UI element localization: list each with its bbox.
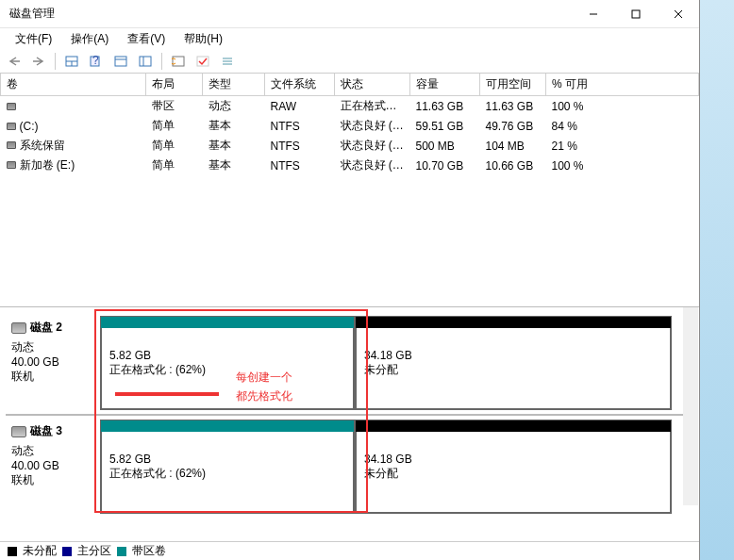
menubar: 文件(F) 操作(A) 查看(V) 帮助(H)	[0, 28, 699, 49]
window-controls	[572, 0, 699, 27]
col-status[interactable]: 状态	[335, 74, 410, 96]
titlebar[interactable]: 磁盘管理	[0, 0, 699, 28]
table-row[interactable]: 系统保留简单基本NTFS状态良好 (…500 MB104 MB21 %	[1, 136, 699, 156]
volume-list[interactable]: 卷 布局 类型 文件系统 状态 容量 可用空间 % 可用 带区动态RAW正在格式…	[0, 74, 699, 307]
help-button[interactable]: ?	[86, 51, 107, 72]
disk-row[interactable]: 磁盘 2动态40.00 GB联机5.82 GB正在格式化 : (62%)34.1…	[6, 316, 693, 410]
disk-icon	[11, 322, 26, 334]
menu-view[interactable]: 查看(V)	[118, 29, 175, 49]
svg-text:?: ?	[92, 56, 99, 67]
col-free[interactable]: 可用空间	[480, 74, 546, 96]
back-button[interactable]	[4, 51, 25, 72]
column-headers[interactable]: 卷 布局 类型 文件系统 状态 容量 可用空间 % 可用	[1, 74, 699, 96]
partition[interactable]: 34.18 GB未分配	[355, 316, 672, 410]
table-row[interactable]: 带区动态RAW正在格式…11.63 GB11.63 GB100 %	[1, 96, 699, 117]
col-layout[interactable]: 布局	[146, 74, 203, 96]
svg-rect-13	[173, 57, 184, 66]
svg-rect-11	[140, 57, 151, 66]
legend: 未分配 主分区 带区卷	[0, 541, 699, 560]
legend-striped: 带区卷	[132, 543, 166, 559]
col-fs[interactable]: 文件系统	[265, 74, 335, 96]
legend-unallocated: 未分配	[23, 543, 57, 559]
table-row[interactable]: 新加卷 (E:)简单基本NTFS状态良好 (…10.70 GB10.66 GB1…	[1, 156, 699, 175]
disk-info: 磁盘 3动态40.00 GB联机	[6, 420, 100, 514]
col-capacity[interactable]: 容量	[410, 74, 480, 96]
disk-info: 磁盘 2动态40.00 GB联机	[6, 316, 100, 410]
partition[interactable]: 34.18 GB未分配	[355, 420, 672, 514]
check-button[interactable]	[192, 51, 213, 72]
legend-primary: 主分区	[77, 543, 111, 559]
minimize-button[interactable]	[572, 0, 614, 27]
menu-help[interactable]: 帮助(H)	[175, 29, 232, 49]
svg-rect-9	[115, 57, 126, 66]
settings2-button[interactable]	[135, 51, 156, 72]
window-title: 磁盘管理	[9, 6, 572, 22]
svg-rect-14	[197, 57, 209, 66]
forward-button[interactable]	[28, 51, 49, 72]
annotation-underline	[115, 392, 219, 396]
menu-file[interactable]: 文件(F)	[6, 29, 61, 49]
panes-button[interactable]	[61, 51, 82, 72]
disk-icon	[11, 426, 26, 437]
col-type[interactable]: 类型	[203, 74, 265, 96]
partition[interactable]: 5.82 GB正在格式化 : (62%)	[100, 420, 355, 514]
menu-action[interactable]: 操作(A)	[61, 29, 118, 49]
settings1-button[interactable]	[110, 51, 131, 72]
desktop-edge	[700, 0, 734, 560]
maximize-button[interactable]	[614, 0, 657, 27]
svg-rect-1	[632, 10, 640, 18]
partition[interactable]: 5.82 GB正在格式化 : (62%)	[100, 316, 355, 410]
col-volume[interactable]: 卷	[1, 74, 146, 96]
col-percent[interactable]: % 可用	[546, 74, 699, 96]
close-button[interactable]	[657, 0, 699, 27]
disk-management-window: 磁盘管理 文件(F) 操作(A) 查看(V) 帮助(H) ?	[0, 0, 700, 560]
scrollbar[interactable]	[683, 307, 698, 505]
disk-row[interactable]: 磁盘 3动态40.00 GB联机5.82 GB正在格式化 : (62%)34.1…	[6, 420, 693, 514]
disk-graphical-view[interactable]: 磁盘 2动态40.00 GB联机5.82 GB正在格式化 : (62%)34.1…	[0, 307, 699, 541]
refresh-button[interactable]	[168, 51, 189, 72]
list-button[interactable]	[217, 51, 238, 72]
table-row[interactable]: (C:)简单基本NTFS状态良好 (…59.51 GB49.76 GB84 %	[1, 116, 699, 136]
toolbar: ?	[0, 49, 699, 74]
